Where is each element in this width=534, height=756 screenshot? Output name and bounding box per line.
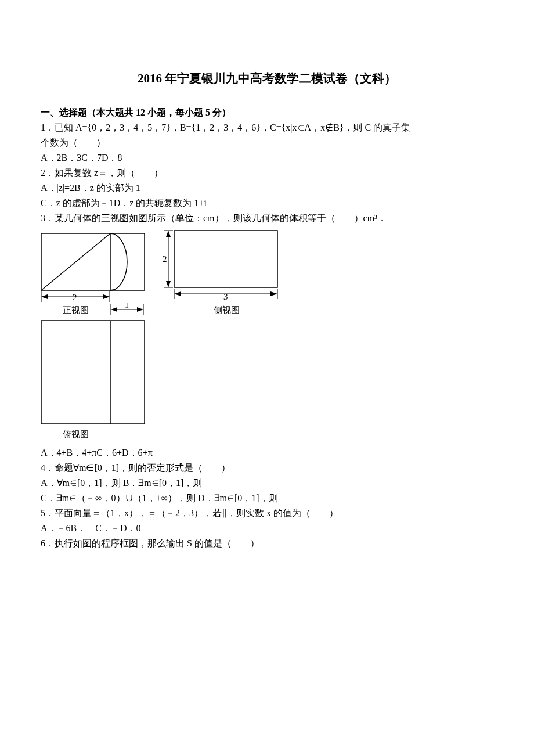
svg-marker-15: [166, 231, 171, 237]
q4-opt2: C．∃m∈（﹣∞，0）∪（1，+∞），则 D．∃m∈[0，1]，则: [41, 491, 493, 505]
top-view: 俯视图: [41, 320, 145, 441]
dim-2a: 2: [73, 293, 77, 302]
q1-options: A．2B．3C．7D．8: [41, 151, 493, 165]
svg-marker-5: [103, 294, 110, 299]
q5-options: A．﹣6B． C．﹣D．0: [41, 521, 493, 535]
page-title: 2016 年宁夏银川九中高考数学二模试卷（文科）: [41, 70, 493, 88]
q4-line1: 4．命题∀m∈[0，1]，则的否定形式是（ ）: [41, 461, 493, 475]
side-view: 2 3 侧视图: [163, 230, 279, 317]
svg-marker-4: [41, 294, 48, 299]
svg-line-1: [41, 233, 110, 290]
dim-2b: 2: [163, 254, 167, 264]
svg-marker-20: [174, 291, 181, 296]
dim-1: 1: [125, 303, 129, 309]
q2-opt2: C．z 的虚部为﹣1D．z 的共轭复数为 1+i: [41, 196, 493, 210]
svg-marker-10: [137, 307, 143, 312]
side-view-label: 侧视图: [174, 304, 279, 317]
q2-line1: 2．如果复数 z＝，则（ ）: [41, 166, 493, 180]
front-view-label: 正视图: [41, 304, 110, 317]
dim-3: 3: [223, 292, 228, 301]
q3-line1: 3．某几何体的三视图如图所示（单位：cm），则该几何体的体积等于（ ）cm³．: [41, 211, 493, 225]
svg-marker-9: [111, 307, 117, 312]
svg-rect-13: [174, 231, 277, 287]
q6-line1: 6．执行如图的程序框图，那么输出 S 的值是（ ）: [41, 537, 493, 550]
q5-line1: 5．平面向量＝（1，x），＝（﹣2，3），若∥，则实数 x 的值为（ ）: [41, 506, 493, 520]
three-views-figure: 2 正视图 1 2: [41, 230, 493, 442]
q4-opt1: A．∀m∈[0，1]，则 B．∃m∈[0，1]，则: [41, 476, 493, 490]
section-header: 一、选择题（本大题共 12 小题，每小题 5 分）: [41, 106, 493, 120]
svg-rect-24: [41, 321, 145, 424]
q2-opt1: A．|z|=2B．z 的实部为 1: [41, 181, 493, 195]
svg-marker-21: [270, 291, 277, 296]
q1-line2: 个数为（ ）: [41, 136, 493, 150]
q1-line1: 1．已知 A={0，2，3，4，5，7}，B={1，2，3，4，6}，C={x|…: [41, 121, 493, 135]
svg-rect-0: [41, 233, 145, 290]
front-view: 2 正视图 1: [41, 233, 145, 317]
top-view-label: 俯视图: [41, 428, 110, 441]
q3-options: A．4+B．4+πC．6+D．6+π: [41, 446, 493, 460]
svg-marker-16: [166, 281, 171, 287]
